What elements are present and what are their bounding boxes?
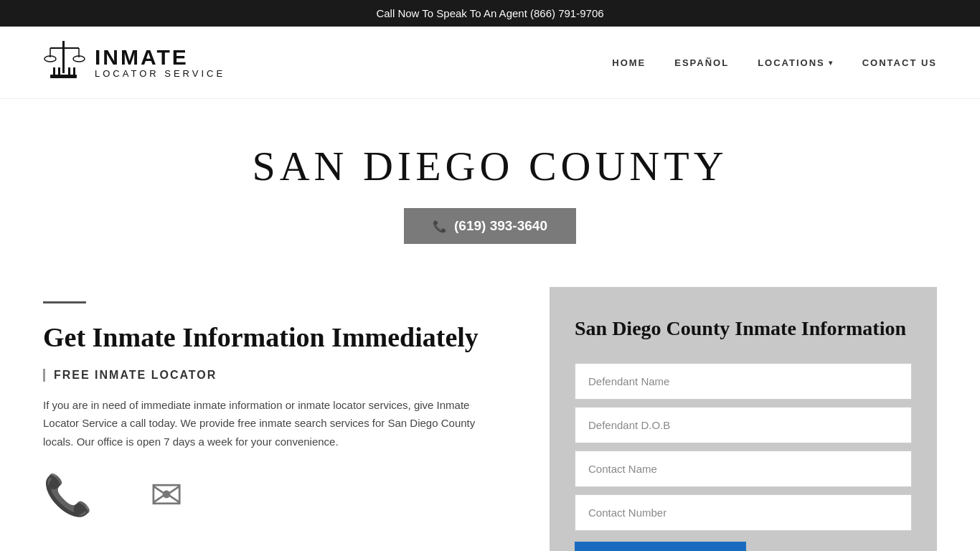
logo: INMATE LOCATOR SERVICE (43, 37, 225, 88)
main-content: Get Inmate Information Immediately FREE … (0, 273, 980, 551)
locate-detainee-button[interactable]: LOCATE DETAINEE (575, 542, 746, 551)
phone-icon: 📞 (433, 220, 447, 233)
free-locator-label: FREE INMATE LOCATOR (43, 369, 507, 382)
inmate-form-panel: San Diego County Inmate Information LOCA… (550, 287, 937, 551)
left-column: Get Inmate Information Immediately FREE … (43, 287, 550, 519)
defendant-name-input[interactable] (575, 363, 912, 400)
logo-text: INMATE LOCATOR SERVICE (95, 47, 225, 79)
nav-home[interactable]: HOME (612, 57, 646, 68)
svg-rect-7 (53, 67, 55, 76)
defendant-dob-input[interactable] (575, 407, 912, 443)
hero-title: SAN DIEGO COUNTY (14, 142, 966, 190)
contact-name-input[interactable] (575, 451, 912, 487)
nav-espanol[interactable]: ESPAÑOL (674, 57, 729, 68)
top-bar: Call Now To Speak To An Agent (866) 791-… (0, 0, 980, 27)
chevron-down-icon: ▾ (829, 59, 834, 67)
svg-rect-0 (62, 41, 65, 73)
svg-rect-9 (68, 67, 70, 76)
logo-inmate: INMATE (95, 47, 225, 68)
top-bar-text: Call Now To Speak To An Agent (866) 791-… (376, 7, 603, 19)
logo-locator: LOCATOR SERVICE (95, 68, 225, 79)
nav: HOME ESPAÑOL LOCATIONS ▾ CONTACT US (612, 57, 937, 68)
left-heading: Get Inmate Information Immediately (43, 321, 507, 354)
header: INMATE LOCATOR SERVICE HOME ESPAÑOL LOCA… (0, 27, 980, 99)
phone-button[interactable]: 📞 (619) 393-3640 (404, 208, 576, 244)
left-body-text: If you are in need of immediate inmate i… (43, 396, 507, 451)
nav-locations[interactable]: LOCATIONS ▾ (758, 57, 834, 68)
contact-icons-row: 📞 ✉ (43, 472, 507, 519)
nav-contact[interactable]: CONTACT US (862, 57, 937, 68)
form-title: San Diego County Inmate Information (575, 316, 912, 342)
hero-section: SAN DIEGO COUNTY 📞 (619) 393-3640 (0, 99, 980, 273)
logo-icon (43, 37, 86, 88)
svg-rect-10 (73, 67, 75, 76)
divider (43, 301, 86, 303)
email-icon: ✉ (150, 472, 183, 519)
phone-large-icon: 📞 (43, 472, 93, 519)
contact-number-input[interactable] (575, 494, 912, 531)
phone-number: (619) 393-3640 (454, 218, 547, 234)
svg-rect-8 (58, 67, 60, 76)
